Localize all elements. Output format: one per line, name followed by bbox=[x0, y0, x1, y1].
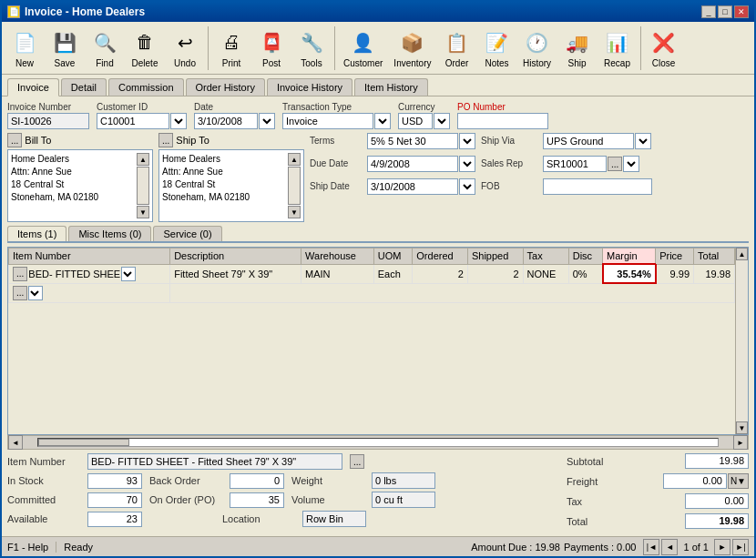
maximize-button[interactable]: □ bbox=[718, 5, 732, 18]
table-row[interactable]: ... BED- FITTED SHEE Fitted Sheet 79" X … bbox=[9, 264, 735, 283]
item-new-dots-button[interactable]: ... bbox=[13, 286, 27, 300]
amount-due-text: Amount Due : 19.98 bbox=[471, 542, 560, 553]
due-date-input[interactable] bbox=[367, 156, 458, 172]
history-label: History bbox=[523, 58, 551, 68]
tab-invoice-history[interactable]: Invoice History bbox=[267, 78, 352, 96]
ship-date-input[interactable] bbox=[367, 178, 458, 195]
item-number-label: Item Number bbox=[7, 456, 80, 467]
item-dots-button[interactable]: ... bbox=[13, 267, 27, 281]
tab-order-history[interactable]: Order History bbox=[186, 78, 265, 96]
item-number-detail[interactable] bbox=[87, 453, 342, 470]
invoice-number-input[interactable] bbox=[7, 113, 89, 129]
item-detail-dots[interactable]: ... bbox=[350, 454, 364, 469]
transaction-type-input[interactable] bbox=[282, 113, 373, 129]
h-scroll-left[interactable]: ◄ bbox=[8, 435, 23, 450]
bill-to-scroll-down[interactable]: ▼ bbox=[137, 206, 149, 218]
form-row-1: Invoice Number Customer ID Date Transact… bbox=[7, 102, 749, 129]
weight-label: Weight bbox=[291, 475, 364, 486]
date-input[interactable] bbox=[194, 113, 258, 129]
window-title: Invoice - Home Dealers bbox=[25, 5, 145, 18]
currency-input[interactable] bbox=[398, 113, 433, 129]
tools-button[interactable]: 🔧 Tools bbox=[292, 25, 331, 71]
freight-nv-button[interactable]: N▼ bbox=[728, 473, 749, 489]
nav-next-button[interactable]: ► bbox=[714, 539, 730, 555]
customer-id-dropdown[interactable] bbox=[170, 113, 187, 129]
nav-first-button[interactable]: |◄ bbox=[643, 539, 659, 555]
h-scroll-right[interactable]: ► bbox=[733, 435, 748, 450]
notes-button[interactable]: 📝 Notes bbox=[478, 25, 516, 71]
transaction-type-dropdown[interactable] bbox=[374, 113, 391, 129]
scroll-up-button[interactable]: ▲ bbox=[736, 248, 748, 260]
delete-button[interactable]: 🗑 Delete bbox=[126, 25, 164, 71]
recap-button[interactable]: 📊 Recap bbox=[598, 25, 637, 71]
ship-to-dots-button[interactable]: ... bbox=[158, 133, 173, 147]
item-new-dropdown[interactable] bbox=[28, 286, 43, 300]
location-value[interactable] bbox=[302, 511, 366, 527]
items-tab-misc[interactable]: Misc Items (0) bbox=[68, 226, 151, 241]
volume-value[interactable] bbox=[372, 492, 435, 508]
nav-prev-button[interactable]: ◄ bbox=[661, 539, 678, 555]
payments-text: Payments : 0.00 bbox=[564, 542, 637, 553]
ship-date-dropdown[interactable] bbox=[459, 178, 475, 195]
po-number-group: PO Number bbox=[457, 102, 548, 129]
sales-rep-dropdown[interactable] bbox=[623, 156, 639, 172]
ship-to-scroll-up[interactable]: ▲ bbox=[288, 153, 301, 166]
bill-to-scroll-up[interactable]: ▲ bbox=[137, 153, 149, 166]
currency-dropdown[interactable] bbox=[434, 113, 450, 129]
col-disc: Disc bbox=[568, 249, 602, 265]
tab-detail[interactable]: Detail bbox=[61, 78, 107, 96]
ship-date-label: Ship Date bbox=[310, 181, 360, 191]
customer-button[interactable]: 👤 Customer bbox=[339, 25, 387, 71]
currency-group: Currency bbox=[398, 102, 450, 129]
inventory-label: Inventory bbox=[393, 58, 431, 68]
save-label: Save bbox=[55, 58, 76, 68]
tab-item-history[interactable]: Item History bbox=[354, 78, 428, 96]
tab-invoice[interactable]: Invoice bbox=[7, 78, 59, 96]
bill-to-dots-button[interactable]: ... bbox=[7, 133, 22, 147]
recap-icon: 📊 bbox=[603, 28, 632, 57]
item-dropdown[interactable] bbox=[121, 267, 136, 281]
h-scroll-thumb[interactable] bbox=[38, 439, 129, 446]
post-button[interactable]: 📮 Post bbox=[252, 25, 291, 71]
ship-via-input[interactable] bbox=[543, 133, 634, 149]
customer-id-input[interactable] bbox=[97, 113, 169, 129]
history-button[interactable]: 🕐 History bbox=[518, 25, 557, 71]
inventory-button[interactable]: 📦 Inventory bbox=[389, 25, 435, 71]
fob-label: FOB bbox=[481, 181, 536, 191]
delete-icon: 🗑 bbox=[130, 28, 159, 57]
undo-button[interactable]: ↩ Undo bbox=[166, 25, 204, 71]
close-toolbar-button[interactable]: ❌ Close bbox=[645, 25, 683, 71]
scroll-down-button[interactable]: ▼ bbox=[736, 421, 748, 434]
terms-dropdown[interactable] bbox=[459, 133, 475, 149]
ship-to-scroll-down[interactable]: ▼ bbox=[288, 206, 301, 218]
ship-icon: 🚚 bbox=[563, 28, 592, 57]
date-dropdown[interactable] bbox=[259, 113, 275, 129]
sales-rep-input[interactable] bbox=[543, 156, 607, 172]
due-date-dropdown[interactable] bbox=[459, 156, 475, 172]
find-button[interactable]: 🔍 Find bbox=[86, 25, 124, 71]
nav-last-button[interactable]: ►| bbox=[732, 539, 749, 555]
order-button[interactable]: 📋 Order bbox=[438, 25, 476, 71]
po-number-input[interactable] bbox=[457, 113, 548, 129]
items-tab-bar: Items (1) Misc Items (0) Service (0) bbox=[7, 226, 749, 243]
items-tab-service[interactable]: Service (0) bbox=[153, 226, 221, 241]
cell-description: Fitted Sheet 79" X 39" bbox=[170, 264, 301, 283]
new-button[interactable]: 📄 New bbox=[5, 25, 44, 71]
terms-input[interactable] bbox=[367, 133, 458, 149]
save-button[interactable]: 💾 Save bbox=[46, 25, 84, 71]
ship-button[interactable]: 🚚 Ship bbox=[558, 25, 597, 71]
table-scroll[interactable]: Item Number Description Warehouse UOM Or… bbox=[8, 248, 735, 434]
back-order-label: Back Order bbox=[149, 475, 222, 486]
items-tab-items[interactable]: Items (1) bbox=[7, 226, 66, 241]
bill-to-label: Bill To bbox=[25, 135, 51, 146]
sales-rep-dots-button[interactable]: ... bbox=[608, 157, 622, 171]
table-row-new[interactable]: ... bbox=[9, 283, 735, 302]
print-button[interactable]: 🖨 Print bbox=[212, 25, 250, 71]
fob-input[interactable] bbox=[543, 178, 652, 195]
close-button[interactable]: ✕ bbox=[734, 5, 749, 18]
tab-commission[interactable]: Commission bbox=[108, 78, 184, 96]
undo-label: Undo bbox=[174, 58, 196, 68]
weight-value[interactable] bbox=[372, 472, 435, 489]
ship-via-dropdown[interactable] bbox=[635, 133, 651, 149]
minimize-button[interactable]: _ bbox=[701, 5, 716, 18]
